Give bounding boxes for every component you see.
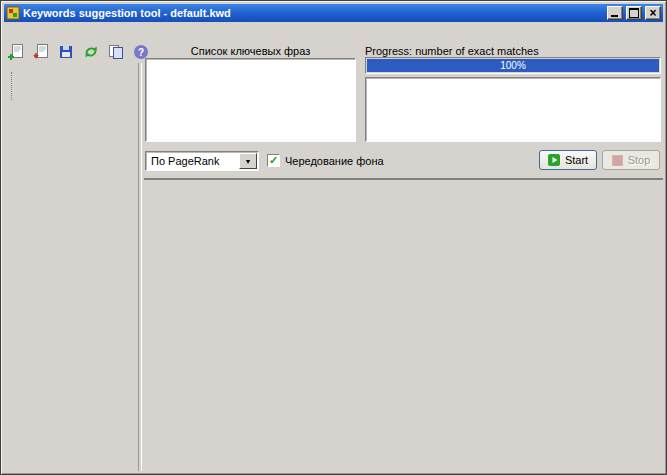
progress-fill: 100% xyxy=(367,59,659,72)
stop-button-label: Stop xyxy=(628,154,651,166)
app-window: Keywords suggestion tool - default.kwd ×… xyxy=(0,0,667,475)
app-icon xyxy=(6,6,20,20)
phrase-listbox[interactable] xyxy=(145,58,356,142)
new-project-icon[interactable] xyxy=(5,41,27,63)
progress-percent: 100% xyxy=(500,60,526,71)
close-button[interactable]: × xyxy=(645,6,661,20)
svg-text:?: ? xyxy=(138,47,144,58)
sort-combobox-value: По PageRank xyxy=(151,155,219,167)
title-bar[interactable]: Keywords suggestion tool - default.kwd × xyxy=(4,4,663,22)
alternate-bg-checkbox[interactable]: ✓ xyxy=(267,154,280,167)
save-project-icon[interactable] xyxy=(55,41,77,63)
maximize-button[interactable] xyxy=(626,6,642,20)
splitter[interactable] xyxy=(138,63,142,471)
close-icon: × xyxy=(649,8,656,18)
checkbox-checkmark: ✓ xyxy=(269,155,278,166)
export-report-icon[interactable] xyxy=(105,41,127,63)
minimize-icon xyxy=(611,15,618,17)
progress-bar: 100% xyxy=(365,57,661,74)
start-icon xyxy=(548,154,560,166)
stop-icon xyxy=(612,155,623,166)
minimize-button[interactable] xyxy=(607,6,623,20)
toolbar: ? xyxy=(5,40,152,64)
alternate-bg-label: Чередование фона xyxy=(285,155,384,167)
project-tree xyxy=(6,65,136,468)
add-keyword-icon[interactable] xyxy=(30,41,52,63)
start-button-label: Start xyxy=(565,154,588,166)
progress-label: Progress: number of exact matches xyxy=(365,45,539,57)
window-title: Keywords suggestion tool - default.kwd xyxy=(23,7,604,19)
stop-button[interactable]: Stop xyxy=(602,150,660,170)
refresh-keywords-icon[interactable] xyxy=(80,41,102,63)
sort-combobox[interactable]: По PageRank ▼ xyxy=(145,151,259,171)
menu-bar xyxy=(4,22,663,40)
progress-log xyxy=(365,77,661,142)
combo-dropdown-icon[interactable]: ▼ xyxy=(239,153,257,169)
phrase-list-label: Список ключевых фраз xyxy=(145,45,356,57)
start-button[interactable]: Start xyxy=(539,150,597,170)
maximize-icon xyxy=(629,8,639,18)
